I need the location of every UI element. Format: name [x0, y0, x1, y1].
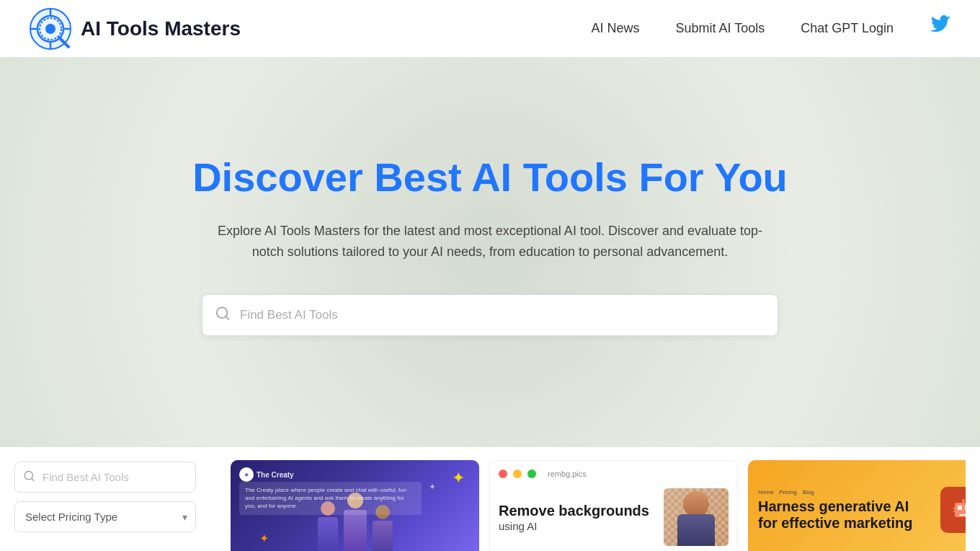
bottom-strip: Select Pricing Type Free Freemium Paid F…	[0, 447, 980, 551]
nav-ai-news[interactable]: AI News	[591, 21, 639, 36]
twitter-icon[interactable]	[930, 15, 951, 42]
svg-point-18	[962, 499, 965, 502]
svg-line-12	[32, 478, 34, 480]
hero-section: Discover Best AI Tools For You Explore A…	[0, 58, 980, 447]
card3-title: Harness generative AI for effective mark…	[758, 498, 932, 532]
hero-search-wrapper	[202, 294, 778, 336]
svg-point-2	[45, 24, 55, 34]
card2-title: Remove backgrounds	[499, 503, 655, 519]
svg-rect-15	[965, 506, 966, 510]
nav-chat-gpt[interactable]: Chat GPT Login	[801, 21, 894, 36]
tool-cards-row: ✦ ✦ ✦ ✦	[231, 460, 966, 551]
hero-search-icon	[215, 305, 231, 325]
main-nav: AI News Submit AI Tools Chat GPT Login	[591, 15, 951, 42]
logo-icon	[29, 7, 72, 50]
hero-subtitle: Explore AI Tools Masters for the latest …	[202, 221, 778, 263]
bottom-search-wrapper	[14, 462, 196, 493]
hero-title: Discover Best AI Tools For You	[192, 154, 788, 200]
logo-title: AI Tools Masters	[81, 17, 241, 40]
tool-card-2[interactable]: rembg.pics Remove backgrounds using AI	[489, 460, 738, 551]
pricing-select[interactable]: Select Pricing Type Free Freemium Paid F…	[14, 501, 196, 532]
pricing-select-wrapper: Select Pricing Type Free Freemium Paid F…	[14, 501, 196, 532]
card3-text: HomePricingBlog Harness generative AI fo…	[758, 489, 932, 532]
nav-submit-tools[interactable]: Submit AI Tools	[676, 21, 765, 36]
tool-card-3[interactable]: HomePricingBlog Harness generative AI fo…	[748, 460, 966, 551]
svg-rect-16	[959, 514, 966, 516]
bottom-search-icon	[23, 470, 35, 485]
logo-area: AI Tools Masters	[29, 7, 241, 50]
card3-robot-icon	[940, 487, 966, 533]
header: AI Tools Masters AI News Submit AI Tools…	[0, 0, 980, 58]
bottom-controls: Select Pricing Type Free Freemium Paid F…	[14, 460, 216, 532]
tool-card-1[interactable]: ✦ ✦ ✦ ✦	[231, 460, 479, 551]
svg-line-10	[226, 317, 228, 319]
bottom-search-input[interactable]	[14, 462, 196, 493]
svg-rect-14	[958, 506, 962, 510]
hero-search-input[interactable]	[202, 294, 778, 336]
card2-subtitle: using AI	[499, 520, 655, 532]
